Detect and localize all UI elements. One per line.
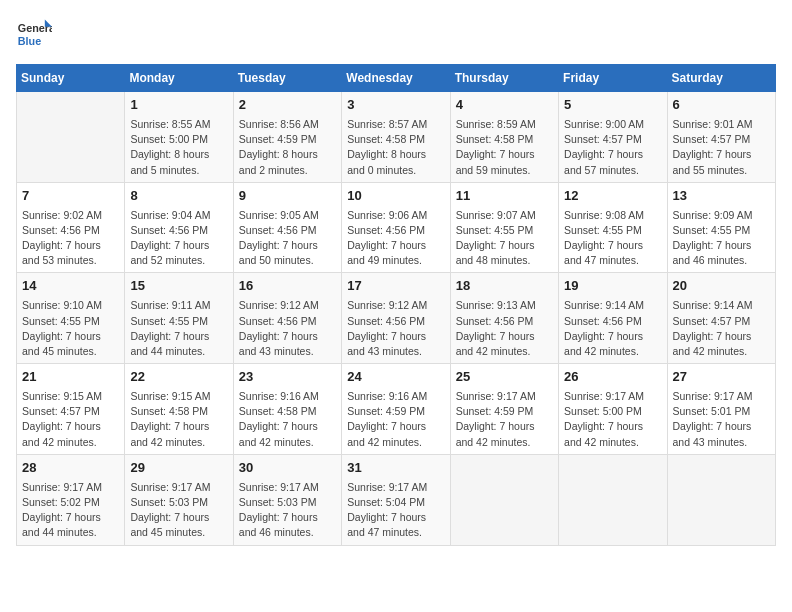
day-number: 11 <box>456 187 553 206</box>
day-info: Sunrise: 9:00 AMSunset: 4:57 PMDaylight:… <box>564 117 661 178</box>
table-row: 12Sunrise: 9:08 AMSunset: 4:55 PMDayligh… <box>559 182 667 273</box>
weekday-header-monday: Monday <box>125 65 233 92</box>
day-number: 4 <box>456 96 553 115</box>
day-info: Sunrise: 8:59 AMSunset: 4:58 PMDaylight:… <box>456 117 553 178</box>
table-row: 15Sunrise: 9:11 AMSunset: 4:55 PMDayligh… <box>125 273 233 364</box>
day-number: 15 <box>130 277 227 296</box>
day-number: 18 <box>456 277 553 296</box>
day-info: Sunrise: 9:14 AMSunset: 4:57 PMDaylight:… <box>673 298 770 359</box>
day-info: Sunrise: 9:16 AMSunset: 4:58 PMDaylight:… <box>239 389 336 450</box>
day-number: 30 <box>239 459 336 478</box>
day-info: Sunrise: 9:16 AMSunset: 4:59 PMDaylight:… <box>347 389 444 450</box>
day-number: 28 <box>22 459 119 478</box>
day-number: 1 <box>130 96 227 115</box>
day-number: 29 <box>130 459 227 478</box>
logo-icon: GeneralBlue <box>16 16 52 52</box>
day-info: Sunrise: 9:08 AMSunset: 4:55 PMDaylight:… <box>564 208 661 269</box>
table-row: 3Sunrise: 8:57 AMSunset: 4:58 PMDaylight… <box>342 92 450 183</box>
table-row: 19Sunrise: 9:14 AMSunset: 4:56 PMDayligh… <box>559 273 667 364</box>
day-number: 7 <box>22 187 119 206</box>
day-info: Sunrise: 9:01 AMSunset: 4:57 PMDaylight:… <box>673 117 770 178</box>
day-number: 12 <box>564 187 661 206</box>
day-number: 25 <box>456 368 553 387</box>
table-row: 1Sunrise: 8:55 AMSunset: 5:00 PMDaylight… <box>125 92 233 183</box>
table-row: 23Sunrise: 9:16 AMSunset: 4:58 PMDayligh… <box>233 364 341 455</box>
day-info: Sunrise: 8:55 AMSunset: 5:00 PMDaylight:… <box>130 117 227 178</box>
day-info: Sunrise: 9:10 AMSunset: 4:55 PMDaylight:… <box>22 298 119 359</box>
day-info: Sunrise: 9:15 AMSunset: 4:57 PMDaylight:… <box>22 389 119 450</box>
table-row <box>667 454 775 545</box>
table-row: 10Sunrise: 9:06 AMSunset: 4:56 PMDayligh… <box>342 182 450 273</box>
table-row: 8Sunrise: 9:04 AMSunset: 4:56 PMDaylight… <box>125 182 233 273</box>
day-number: 8 <box>130 187 227 206</box>
day-info: Sunrise: 9:02 AMSunset: 4:56 PMDaylight:… <box>22 208 119 269</box>
day-number: 5 <box>564 96 661 115</box>
table-row: 7Sunrise: 9:02 AMSunset: 4:56 PMDaylight… <box>17 182 125 273</box>
table-row: 2Sunrise: 8:56 AMSunset: 4:59 PMDaylight… <box>233 92 341 183</box>
calendar-table: SundayMondayTuesdayWednesdayThursdayFrid… <box>16 64 776 546</box>
day-info: Sunrise: 9:04 AMSunset: 4:56 PMDaylight:… <box>130 208 227 269</box>
day-info: Sunrise: 9:11 AMSunset: 4:55 PMDaylight:… <box>130 298 227 359</box>
day-number: 13 <box>673 187 770 206</box>
day-number: 21 <box>22 368 119 387</box>
day-info: Sunrise: 9:07 AMSunset: 4:55 PMDaylight:… <box>456 208 553 269</box>
day-info: Sunrise: 9:09 AMSunset: 4:55 PMDaylight:… <box>673 208 770 269</box>
day-info: Sunrise: 9:12 AMSunset: 4:56 PMDaylight:… <box>347 298 444 359</box>
day-info: Sunrise: 9:17 AMSunset: 5:04 PMDaylight:… <box>347 480 444 541</box>
weekday-header-sunday: Sunday <box>17 65 125 92</box>
weekday-header-saturday: Saturday <box>667 65 775 92</box>
table-row <box>559 454 667 545</box>
table-row: 29Sunrise: 9:17 AMSunset: 5:03 PMDayligh… <box>125 454 233 545</box>
svg-text:Blue: Blue <box>18 35 41 47</box>
day-number: 20 <box>673 277 770 296</box>
day-number: 31 <box>347 459 444 478</box>
day-number: 19 <box>564 277 661 296</box>
day-info: Sunrise: 9:17 AMSunset: 5:00 PMDaylight:… <box>564 389 661 450</box>
table-row: 14Sunrise: 9:10 AMSunset: 4:55 PMDayligh… <box>17 273 125 364</box>
day-number: 9 <box>239 187 336 206</box>
day-info: Sunrise: 9:12 AMSunset: 4:56 PMDaylight:… <box>239 298 336 359</box>
day-info: Sunrise: 9:17 AMSunset: 5:03 PMDaylight:… <box>130 480 227 541</box>
table-row: 9Sunrise: 9:05 AMSunset: 4:56 PMDaylight… <box>233 182 341 273</box>
day-number: 6 <box>673 96 770 115</box>
day-number: 26 <box>564 368 661 387</box>
table-row: 17Sunrise: 9:12 AMSunset: 4:56 PMDayligh… <box>342 273 450 364</box>
day-info: Sunrise: 9:17 AMSunset: 5:03 PMDaylight:… <box>239 480 336 541</box>
day-number: 22 <box>130 368 227 387</box>
table-row: 11Sunrise: 9:07 AMSunset: 4:55 PMDayligh… <box>450 182 558 273</box>
table-row: 20Sunrise: 9:14 AMSunset: 4:57 PMDayligh… <box>667 273 775 364</box>
table-row: 24Sunrise: 9:16 AMSunset: 4:59 PMDayligh… <box>342 364 450 455</box>
day-number: 14 <box>22 277 119 296</box>
weekday-header-wednesday: Wednesday <box>342 65 450 92</box>
table-row: 6Sunrise: 9:01 AMSunset: 4:57 PMDaylight… <box>667 92 775 183</box>
day-info: Sunrise: 8:57 AMSunset: 4:58 PMDaylight:… <box>347 117 444 178</box>
table-row: 18Sunrise: 9:13 AMSunset: 4:56 PMDayligh… <box>450 273 558 364</box>
day-number: 16 <box>239 277 336 296</box>
table-row: 27Sunrise: 9:17 AMSunset: 5:01 PMDayligh… <box>667 364 775 455</box>
table-row: 21Sunrise: 9:15 AMSunset: 4:57 PMDayligh… <box>17 364 125 455</box>
day-info: Sunrise: 9:06 AMSunset: 4:56 PMDaylight:… <box>347 208 444 269</box>
day-number: 10 <box>347 187 444 206</box>
table-row: 22Sunrise: 9:15 AMSunset: 4:58 PMDayligh… <box>125 364 233 455</box>
day-info: Sunrise: 9:05 AMSunset: 4:56 PMDaylight:… <box>239 208 336 269</box>
table-row <box>17 92 125 183</box>
day-info: Sunrise: 9:17 AMSunset: 4:59 PMDaylight:… <box>456 389 553 450</box>
day-number: 3 <box>347 96 444 115</box>
table-row: 30Sunrise: 9:17 AMSunset: 5:03 PMDayligh… <box>233 454 341 545</box>
table-row: 25Sunrise: 9:17 AMSunset: 4:59 PMDayligh… <box>450 364 558 455</box>
table-row: 26Sunrise: 9:17 AMSunset: 5:00 PMDayligh… <box>559 364 667 455</box>
table-row: 13Sunrise: 9:09 AMSunset: 4:55 PMDayligh… <box>667 182 775 273</box>
day-number: 17 <box>347 277 444 296</box>
day-info: Sunrise: 9:14 AMSunset: 4:56 PMDaylight:… <box>564 298 661 359</box>
day-number: 24 <box>347 368 444 387</box>
table-row: 28Sunrise: 9:17 AMSunset: 5:02 PMDayligh… <box>17 454 125 545</box>
day-info: Sunrise: 9:17 AMSunset: 5:01 PMDaylight:… <box>673 389 770 450</box>
day-info: Sunrise: 9:13 AMSunset: 4:56 PMDaylight:… <box>456 298 553 359</box>
logo: GeneralBlue <box>16 16 52 52</box>
table-row: 31Sunrise: 9:17 AMSunset: 5:04 PMDayligh… <box>342 454 450 545</box>
table-row: 4Sunrise: 8:59 AMSunset: 4:58 PMDaylight… <box>450 92 558 183</box>
day-number: 2 <box>239 96 336 115</box>
day-info: Sunrise: 9:15 AMSunset: 4:58 PMDaylight:… <box>130 389 227 450</box>
page-header: GeneralBlue <box>16 16 776 52</box>
table-row: 16Sunrise: 9:12 AMSunset: 4:56 PMDayligh… <box>233 273 341 364</box>
